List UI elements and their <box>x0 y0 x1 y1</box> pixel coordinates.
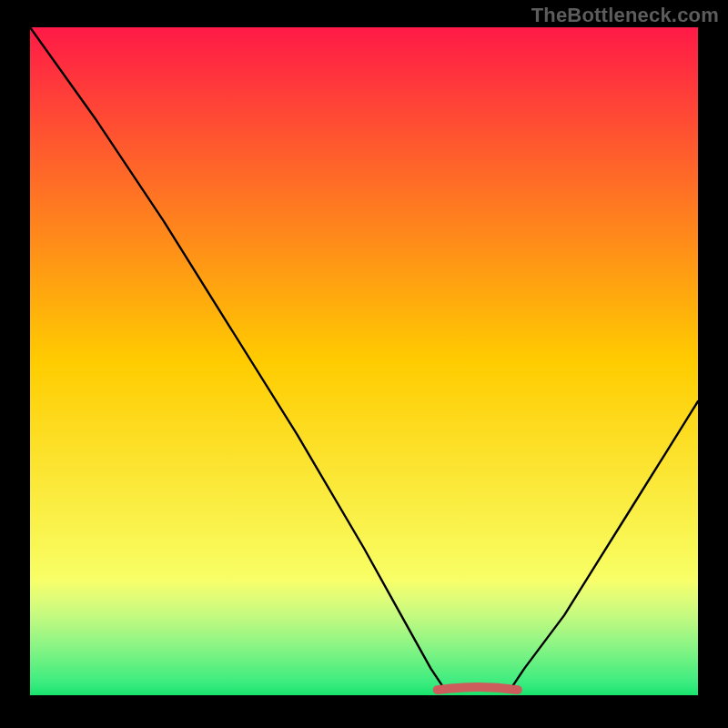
bottleneck-chart <box>0 0 728 728</box>
watermark-text: TheBottleneck.com <box>531 4 719 27</box>
optimal-range-marker <box>438 687 518 690</box>
plot-bottom-strata <box>30 575 698 695</box>
chart-frame: { "watermark": "TheBottleneck.com", "col… <box>0 0 728 728</box>
